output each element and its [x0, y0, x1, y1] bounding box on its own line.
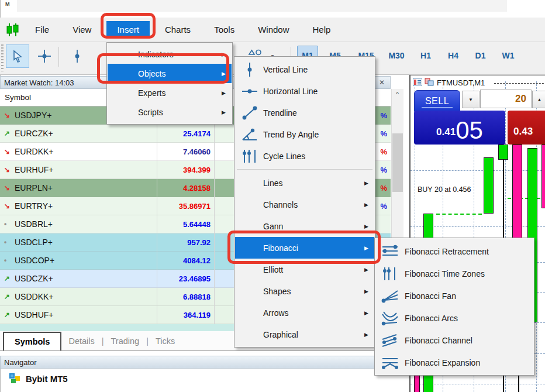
- fib-retracement-icon: [380, 245, 400, 259]
- vertical-line-icon: [240, 62, 260, 77]
- window-corner-text: M: [5, 1, 11, 7]
- toolbar-drag-handle[interactable]: [1, 44, 4, 71]
- fib-expansion-icon: [380, 356, 400, 370]
- candle-bullish: [484, 157, 494, 214]
- bid-value: 25.4174: [183, 129, 211, 138]
- symbol-name: USDCZK+: [15, 274, 53, 283]
- timeframe-button-h1[interactable]: H1: [416, 46, 435, 66]
- candle-bearish: [541, 145, 545, 208]
- market-watch-mini-icon: [413, 78, 422, 88]
- fib-channel-icon: [380, 333, 400, 348]
- mt5-logo-icon: [8, 372, 21, 386]
- objects-menu-item-trend-by-angle[interactable]: Trend By Angle: [235, 123, 374, 145]
- up-arrow-icon: ↗: [4, 129, 15, 137]
- bid-value: 7.46060: [183, 147, 211, 156]
- submenu-arrow-icon: ▶: [364, 288, 368, 294]
- symbol-name: USDBRL+: [15, 219, 53, 229]
- symbol-name: EURHUF+: [15, 165, 54, 174]
- symbol-name: USDJPY+: [15, 111, 51, 120]
- insert-menu-item-scripts[interactable]: Scripts▶: [108, 102, 232, 122]
- navigator-account-item[interactable]: Bybit MT5: [8, 372, 68, 386]
- bid-value: 364.119: [184, 311, 211, 319]
- symbol-name: USDCLP+: [15, 238, 53, 247]
- sell-price-button[interactable]: 0.41 05: [414, 111, 505, 145]
- chart-symbol-row: FTMUSDT,M1: [413, 78, 485, 88]
- tab-trading[interactable]: Trading: [104, 336, 147, 346]
- scrollbar-thumb[interactable]: [392, 133, 403, 192]
- timeframe-button-w1[interactable]: W1: [498, 46, 518, 66]
- submenu-arrow-icon: ▶: [364, 267, 368, 273]
- cursor-tool-button[interactable]: [6, 44, 29, 68]
- buy-order-label: BUY 20 at 0.456: [418, 185, 471, 194]
- fib-menu-item-fibonacci-retracement[interactable]: Fibonacci Retracement: [375, 240, 533, 263]
- tab-symbols[interactable]: Symbols: [3, 332, 61, 350]
- symbol-name: EURCZK+: [15, 129, 53, 138]
- menubar-item-tools[interactable]: Tools: [206, 21, 243, 38]
- menu-bar: FileViewInsertChartsToolsWindowHelp: [0, 18, 545, 42]
- sell-tab-underline: [422, 107, 453, 108]
- column-divider: [157, 106, 157, 324]
- tab-details[interactable]: Details: [61, 336, 101, 346]
- symbol-column-header[interactable]: Symbol: [5, 93, 31, 102]
- fib-menu-item-fibonacci-fan[interactable]: Fibonacci Fan: [375, 285, 533, 307]
- timeframe-button-m30[interactable]: M30: [384, 46, 409, 66]
- navigator-account-label: Bybit MT5: [26, 374, 68, 384]
- navigator-title: Navigator: [0, 356, 405, 369]
- objects-menu-item-arrows[interactable]: Arrows▶: [235, 302, 374, 324]
- bid-value: 35.86971: [179, 202, 211, 211]
- vertical-line-tool-button[interactable]: [65, 44, 89, 68]
- submenu-arrow-icon: ▶: [364, 310, 368, 316]
- fib-menu-item-fibonacci-time-zones[interactable]: Fibonacci Time Zones: [375, 263, 533, 285]
- buy-price-button[interactable]: 0.43: [508, 111, 545, 145]
- menubar-item-help[interactable]: Help: [305, 21, 339, 38]
- menubar-item-window[interactable]: Window: [250, 21, 297, 38]
- daily-change-value: %: [380, 129, 387, 138]
- chart-symbol-dash-line: [494, 83, 545, 84]
- trend-by-angle-icon: [240, 128, 260, 142]
- fib-menu-item-fibonacci-channel[interactable]: Fibonacci Channel: [375, 329, 533, 352]
- objects-menu-item-cycle-lines[interactable]: Cycle Lines: [235, 145, 374, 167]
- objects-menu-item-lines[interactable]: Lines▶: [235, 172, 374, 194]
- menubar-item-view[interactable]: View: [64, 21, 99, 38]
- window-title-strip: M: [0, 0, 545, 18]
- objects-menu-item-shapes[interactable]: Shapes▶: [235, 280, 374, 302]
- menu-separator: [237, 169, 372, 170]
- insert-menu-item-experts[interactable]: Experts▶: [108, 83, 232, 102]
- fib-menu-item-fibonacci-arcs[interactable]: Fibonacci Arcs: [375, 307, 533, 329]
- crosshair-tool-button[interactable]: [33, 44, 56, 68]
- bid-value: 394.399: [183, 166, 211, 174]
- volume-input[interactable]: 20: [480, 90, 532, 108]
- sell-tab-button[interactable]: SELL: [414, 90, 460, 112]
- fibonacci-submenu: Fibonacci RetracementFibonacci Time Zone…: [374, 238, 534, 376]
- menu-item-label: Trendline: [263, 108, 297, 118]
- volume-increase-button[interactable]: ▲: [532, 91, 545, 108]
- close-icon[interactable]: ✕: [377, 77, 387, 88]
- menubar-item-charts[interactable]: Charts: [157, 21, 199, 38]
- menubar-item-file[interactable]: File: [27, 21, 57, 38]
- objects-menu-item-graphical[interactable]: Graphical▶: [235, 324, 374, 345]
- column-divider-2: [214, 106, 215, 324]
- daily-change-value: %: [380, 111, 387, 120]
- daily-change-value: %: [380, 202, 387, 211]
- timeframe-button-d1[interactable]: D1: [471, 46, 490, 66]
- up-arrow-icon: ↗: [4, 274, 15, 283]
- objects-menu-item-channels[interactable]: Channels▶: [235, 194, 374, 215]
- bid-value: 5.64448: [183, 220, 211, 229]
- bid-value: 4084.12: [183, 256, 211, 265]
- order-type-dropdown-button[interactable]: ▼: [462, 91, 480, 108]
- symbol-name: EURDKK+: [15, 147, 54, 156]
- fib-fan-icon: [380, 289, 400, 303]
- scroll-up-arrow-icon[interactable]: ^: [391, 89, 403, 99]
- menu-item-label: Gann: [263, 222, 283, 231]
- neutral-dot-icon: •: [4, 238, 15, 246]
- tab-ticks[interactable]: Ticks: [149, 336, 182, 346]
- candle-bullish: [498, 145, 508, 160]
- fib-menu-item-fibonacci-expansion[interactable]: Fibonacci Expansion: [375, 352, 533, 374]
- volume-value: 20: [515, 93, 526, 105]
- horizontal-gridline: [411, 170, 545, 171]
- objects-menu-item-horizontal-line[interactable]: Horizontal Line: [235, 80, 374, 102]
- timeframe-button-h4[interactable]: H4: [443, 46, 463, 66]
- annotation-rect-fibonacci: [227, 231, 381, 264]
- objects-menu-item-vertical-line[interactable]: Vertical Line: [235, 59, 374, 80]
- objects-menu-item-trendline[interactable]: Trendline: [235, 102, 374, 123]
